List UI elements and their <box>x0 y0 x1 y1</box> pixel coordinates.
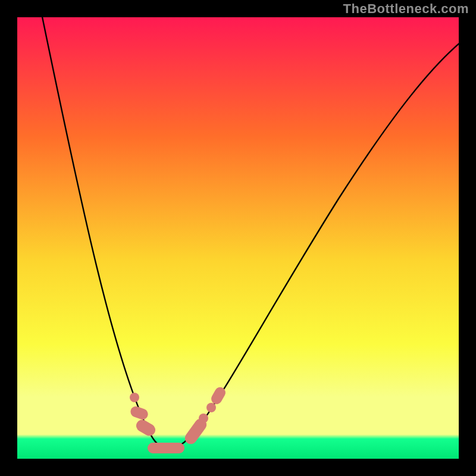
marker-circle <box>206 403 216 412</box>
chart-svg <box>17 17 459 459</box>
marker-circle <box>130 393 139 402</box>
gradient-background <box>17 17 459 459</box>
plot-area <box>17 17 459 459</box>
marker-capsule <box>148 443 184 453</box>
chart-canvas: TheBottleneck.com <box>0 0 476 476</box>
watermark-text: TheBottleneck.com <box>343 1 469 17</box>
marker-circle <box>199 414 208 423</box>
